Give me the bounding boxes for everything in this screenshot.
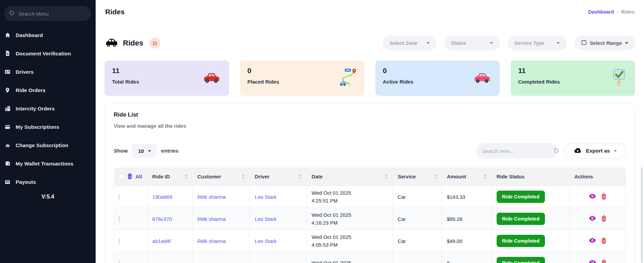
date-cell: Wed Oct 01 2025 bbox=[307, 252, 393, 263]
version-label: V:5.4 bbox=[0, 194, 96, 200]
select-all-checkbox[interactable] bbox=[118, 174, 124, 179]
amount-cell: $65.26 bbox=[442, 208, 492, 230]
sidebar-search[interactable] bbox=[4, 6, 91, 21]
status-dropdown[interactable]: Status bbox=[444, 36, 500, 50]
view-ride-button[interactable] bbox=[589, 193, 596, 200]
table-search[interactable] bbox=[476, 143, 558, 159]
stat-card-completed-rides: 11Completed Rides bbox=[511, 60, 635, 96]
column-header-amount[interactable]: Amount bbox=[442, 168, 492, 186]
trash-icon bbox=[601, 260, 607, 263]
content: Rides 11 Select Zone Status Service Type bbox=[96, 24, 644, 263]
service-type-dropdown[interactable]: Service Type bbox=[508, 36, 567, 50]
sidebar-item-label: Drivers bbox=[16, 69, 34, 75]
select-cell bbox=[114, 208, 147, 230]
map-pin-icon bbox=[4, 87, 11, 93]
column-header-driver[interactable]: Driver bbox=[250, 168, 307, 186]
filters: Select Zone Status Service Type bbox=[383, 36, 635, 50]
search-icon bbox=[553, 147, 560, 155]
sidebar-item-my-wallet-transactions[interactable]: My Wallet Transactions bbox=[0, 154, 96, 173]
amount-cell: $143.33 bbox=[442, 186, 492, 208]
ride-id-link[interactable]: ab1ad4f bbox=[152, 238, 171, 244]
column-label: Customer bbox=[197, 174, 221, 179]
app-root: DashboardDocument VerificationDriversRid… bbox=[0, 0, 644, 263]
column-header-ride-id[interactable]: Ride ID bbox=[147, 168, 192, 186]
row-checkbox[interactable] bbox=[119, 216, 119, 222]
select-range-button[interactable]: Select Range bbox=[574, 36, 635, 50]
sidebar-item-my-subscriptions[interactable]: My Subscriptions bbox=[0, 118, 96, 136]
customer-cell: Ritik sharma bbox=[193, 208, 250, 230]
city-icon bbox=[4, 105, 11, 112]
pink-car-icon bbox=[472, 71, 492, 85]
sidebar-search-input[interactable] bbox=[18, 11, 86, 17]
export-as-button[interactable]: Export as bbox=[564, 143, 626, 159]
stat-card-placed-rides: 0Placed Rides KM bbox=[240, 60, 365, 96]
sidebar-item-label: My Wallet Transactions bbox=[16, 161, 74, 166]
table-search-input[interactable] bbox=[482, 148, 550, 154]
column-header-service[interactable]: Service bbox=[393, 168, 442, 186]
sidebar-item-dashboard[interactable]: Dashboard bbox=[0, 26, 96, 44]
row-checkbox[interactable] bbox=[119, 238, 119, 244]
delete-ride-button[interactable] bbox=[601, 238, 607, 245]
stat-cards: 11Total Rides 0Placed Rides KM 0Active R… bbox=[104, 60, 635, 96]
entries-label: entries bbox=[161, 148, 178, 154]
ride-id-cell: 190a669 bbox=[147, 186, 192, 208]
row-checkbox[interactable] bbox=[119, 260, 119, 263]
sidebar-item-drivers[interactable]: Drivers bbox=[0, 63, 96, 81]
eye-icon bbox=[589, 215, 596, 222]
sidebar-item-payouts[interactable]: Payouts bbox=[0, 173, 96, 191]
customer-cell: Ritik sharma bbox=[193, 186, 250, 208]
status-cell: Ride Completed bbox=[492, 186, 570, 208]
view-ride-button[interactable] bbox=[589, 260, 596, 263]
select-all-header[interactable]: All bbox=[114, 168, 147, 186]
actions-cell bbox=[569, 252, 626, 263]
sort-icon[interactable] bbox=[184, 174, 188, 179]
sidebar-item-label: Dashboard bbox=[16, 32, 43, 38]
ride-status-badge: Ride Completed bbox=[497, 213, 545, 225]
column-label: Amount bbox=[447, 174, 466, 179]
sort-icon[interactable] bbox=[242, 174, 245, 179]
sidebar-item-label: Intercity Orders bbox=[16, 106, 55, 111]
column-header-date[interactable]: Date bbox=[307, 168, 393, 186]
sidebar-item-change-subscription[interactable]: Change Subscription bbox=[0, 136, 96, 154]
id-card-icon bbox=[4, 69, 11, 75]
customer-link[interactable]: Ritik sharma bbox=[197, 216, 226, 222]
delete-ride-button[interactable] bbox=[601, 193, 607, 200]
ride-status-badge: Ride Completed bbox=[497, 257, 545, 263]
topbar: Rides Dashboard › Rides bbox=[96, 0, 644, 24]
sort-icon[interactable] bbox=[385, 174, 388, 179]
ride-id-cell bbox=[147, 252, 192, 263]
section-header: Rides 11 Select Zone Status Service Type bbox=[104, 36, 635, 50]
select-cell bbox=[114, 186, 147, 208]
sidebar-item-document-verification[interactable]: Document Verification bbox=[0, 44, 96, 63]
breadcrumb-separator-icon: › bbox=[617, 9, 618, 15]
customer-link[interactable]: Ritik sharma bbox=[197, 194, 226, 200]
delete-ride-button[interactable] bbox=[601, 260, 607, 263]
driver-link[interactable]: Leo Stark bbox=[255, 238, 276, 244]
column-header-customer[interactable]: Customer bbox=[193, 168, 250, 186]
bulk-delete-icon[interactable] bbox=[127, 173, 132, 180]
scrollbar-thumb[interactable] bbox=[641, 167, 643, 263]
ride-id-link[interactable]: 190a669 bbox=[152, 194, 172, 200]
delete-ride-button[interactable] bbox=[601, 215, 607, 223]
sidebar-item-ride-orders[interactable]: Ride Orders bbox=[0, 81, 96, 99]
view-ride-button[interactable] bbox=[589, 215, 596, 222]
row-checkbox[interactable] bbox=[119, 194, 119, 200]
sort-icon[interactable] bbox=[484, 174, 487, 179]
column-label: Ride ID bbox=[152, 174, 170, 179]
sort-icon[interactable] bbox=[299, 174, 302, 179]
sort-icon[interactable] bbox=[434, 174, 437, 179]
customer-link[interactable]: Ritik sharma bbox=[197, 238, 226, 244]
select-zone-dropdown[interactable]: Select Zone bbox=[383, 36, 437, 50]
eye-icon bbox=[589, 193, 596, 200]
sidebar-item-intercity-orders[interactable]: Intercity Orders bbox=[0, 99, 96, 118]
page-size-select[interactable]: 10 bbox=[132, 144, 157, 158]
trash-icon bbox=[601, 215, 607, 223]
driver-link[interactable]: Leo Stark bbox=[255, 194, 276, 200]
driver-link[interactable]: Leo Stark bbox=[255, 216, 276, 222]
ride-id-link[interactable]: 876c370 bbox=[152, 216, 172, 222]
sidebar-item-label: Payouts bbox=[16, 179, 36, 185]
view-ride-button[interactable] bbox=[589, 238, 596, 244]
trash-icon bbox=[601, 193, 607, 200]
breadcrumb-dashboard-link[interactable]: Dashboard bbox=[588, 9, 614, 15]
driver-cell: Leo Stark bbox=[250, 208, 307, 230]
